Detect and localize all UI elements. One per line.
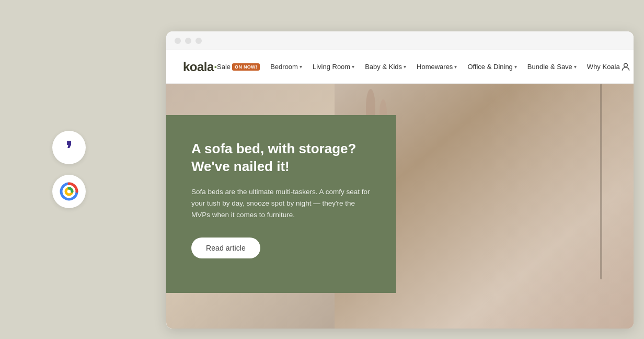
chevron-down-icon: ▾ [300,64,302,70]
account-icon[interactable] [620,61,631,73]
traffic-light-minimize[interactable] [185,38,191,44]
nav-bedroom-label: Bedroom [270,63,298,71]
sale-badge: ON NOW! [232,63,260,71]
site-header: koala· Sale ON NOW! Bedroom ▾ Living Roo… [166,50,634,84]
nav-why-label: Why Koala [587,63,620,71]
chevron-down-icon: ▾ [574,64,577,70]
browser-chrome [166,31,634,50]
chevron-down-icon: ▾ [454,64,457,70]
chevron-down-icon: ▾ [514,64,517,70]
read-article-button[interactable]: Read article [191,238,260,258]
nav-item-why-koala[interactable]: Why Koala [587,63,620,71]
nav-item-living-room[interactable]: Living Room ▾ [313,63,354,71]
c-icon-circle [52,175,86,208]
c-logo-icon [60,182,78,201]
browser-window: koala· Sale ON NOW! Bedroom ▾ Living Roo… [166,31,634,329]
nav-item-baby-kids[interactable]: Baby & Kids ▾ [365,63,406,71]
traffic-light-maximize[interactable] [196,38,202,44]
svg-point-1 [624,63,627,67]
nav-item-bedroom[interactable]: Bedroom ▾ [270,63,302,71]
hero-section: A sofa bed, with storage? We've nailed i… [166,84,634,329]
nav-homewares-label: Homewares [417,63,453,71]
chevron-down-icon: ▾ [352,64,354,70]
site-logo[interactable]: koala· [183,60,217,74]
hero-title: A sofa bed, with storage? We've nailed i… [191,140,371,176]
hero-card: A sofa bed, with storage? We've nailed i… [166,115,396,293]
nav-living-label: Living Room [313,63,350,71]
nav-baby-label: Baby & Kids [365,63,402,71]
nav-menu: Sale ON NOW! Bedroom ▾ Living Room ▾ Bab… [217,63,620,71]
nav-item-bundle-save[interactable]: Bundle & Save ▾ [527,63,577,71]
left-sidebar: ❜ [52,131,86,208]
nav-item-office-dining[interactable]: Office & Dining ▾ [467,63,516,71]
nav-office-label: Office & Dining [467,63,512,71]
nav-item-homewares[interactable]: Homewares ▾ [417,63,457,71]
website-content: koala· Sale ON NOW! Bedroom ▾ Living Roo… [166,50,634,329]
chevron-down-icon: ▾ [404,64,406,70]
traffic-light-close[interactable] [175,38,181,44]
nav-bundle-label: Bundle & Save [527,63,572,71]
comma-icon: ❜ [66,140,72,159]
nav-icons [620,61,634,73]
logo-text: koala [183,60,214,74]
comma-icon-circle: ❜ [52,131,86,164]
nav-item-sale[interactable]: Sale ON NOW! [217,63,260,71]
hero-description: Sofa beds are the ultimate multi-taskers… [191,186,371,221]
nav-sale-label: Sale [217,63,231,71]
